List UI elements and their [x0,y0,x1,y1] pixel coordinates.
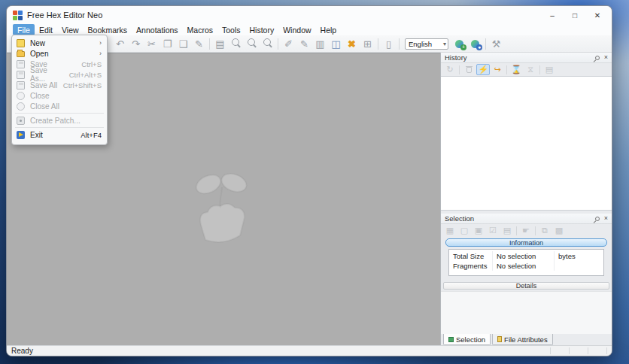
pin-icon[interactable] [595,217,600,221]
menu-tools[interactable]: Tools [217,24,245,35]
invert-selection-icon[interactable]: ☑ [486,225,500,236]
close-all-icon [17,102,25,111]
menu-item-save-as[interactable]: Save As... Ctrl+Alt+S [12,69,107,80]
close-file-icon [17,92,25,100]
replace-icon[interactable] [260,36,275,51]
minimize-button[interactable]: – [541,8,564,23]
remove-selection-icon[interactable]: ▤ [500,225,514,236]
update-language-icon[interactable]: ● [467,36,483,51]
menu-item-save-all[interactable]: Save All Ctrl+Shift+S [12,80,107,90]
statusbar: Ready [7,345,612,356]
toolbar-separator [399,38,400,50]
chevron-down-icon: ▾ [443,41,448,47]
select-blocks-icon[interactable]: ▦ [443,225,457,236]
toolbar-separator [209,38,210,50]
toolbar-separator [459,65,460,74]
patch-icon[interactable]: ✐ [281,36,296,51]
copy-icon[interactable]: ❐ [160,36,175,51]
menu-edit[interactable]: Edit [35,24,57,35]
file-menu: New › Open › Save Ctrl+S Save As... Ctrl… [11,35,108,145]
menubar: File Edit View Bookmarks Annotations Mac… [7,24,612,35]
menu-item-close[interactable]: Close [12,90,107,101]
hhd-logo-watermark [187,165,257,246]
maximize-button[interactable]: □ [564,8,586,23]
fill-icon[interactable]: ✎ [191,36,207,51]
close-icon[interactable]: × [604,54,608,61]
selection-panel: Selection × ▦ ▢ ▣ ☑ ▤ ☛ [441,214,612,334]
toolbar-separator [539,65,540,74]
information-header[interactable]: Information [445,238,607,247]
split-view-icon[interactable]: ◫ [328,36,344,51]
save-disk-icon [17,60,25,68]
redo-icon[interactable]: ↷ [128,36,144,51]
annotate-icon[interactable]: ✎ [296,36,312,51]
arrange-windows-icon[interactable]: ✖ [344,36,360,51]
menu-bookmarks[interactable]: Bookmarks [84,24,132,35]
file-info-icon[interactable]: ▥ [312,36,328,51]
app-window: Free Hex Editor Neo – □ ✕ File Edit View… [6,5,612,356]
paste-icon[interactable]: ❑ [175,36,191,51]
toolbar-separator [278,38,278,50]
menu-window[interactable]: Window [278,24,315,35]
history-panel-header: History × [441,53,612,63]
tab-file-attributes[interactable]: File Attributes [492,334,553,345]
status-text: Ready [11,347,33,355]
settings-tools-icon[interactable]: ⚒ [488,36,504,51]
titlebar: Free Hex Editor Neo – □ ✕ [7,6,612,24]
statusbar-divider [588,347,588,354]
history-tracking-icon[interactable]: ⚡ [476,64,490,75]
download-language-icon[interactable]: + [451,36,467,51]
pin-icon[interactable] [595,56,600,60]
history-properties-icon[interactable]: ▤ [542,64,556,75]
stop-history-icon[interactable]: ⧖ [524,64,537,75]
statusbar-divider [550,347,551,354]
copy-selection-icon[interactable]: ⧉ [538,225,552,236]
menu-item-close-all[interactable]: Close All [12,101,107,111]
close-icon[interactable]: × [604,215,608,222]
menu-help[interactable]: Help [316,24,342,35]
table-row: Fragments No selection [449,261,603,271]
history-toolbar: ↻ ⚡ ↪ ⌛ ⧖ ▤ [441,63,612,76]
language-select[interactable]: English ▾ [405,38,448,50]
find-icon[interactable] [228,36,244,51]
dock-tabs: Selection File Attributes [441,334,612,345]
hand-tool-icon[interactable]: ☛ [519,225,533,236]
fragments-unit [555,261,603,271]
select-range-icon[interactable]: ▢ [457,225,471,236]
selection-panel-title: Selection [445,214,474,223]
menu-item-open[interactable]: Open › [12,48,107,59]
cut-icon[interactable]: ✂ [144,36,160,51]
purge-history-icon[interactable]: ↻ [443,64,457,75]
clear-history-icon[interactable] [462,64,476,75]
fragments-value: No selection [493,261,555,271]
selection-info-table: Total Size No selection bytes Fragments … [448,249,604,276]
tab-selection[interactable]: Selection [443,334,491,345]
undo-icon[interactable]: ↶ [112,36,128,51]
window-title: Free Hex Editor Neo [27,11,102,20]
paste-selection-icon[interactable]: ▩ [552,225,566,236]
menu-macros[interactable]: Macros [183,24,217,35]
menu-view[interactable]: View [57,24,84,35]
menu-item-exit[interactable]: Exit Alt+F4 [12,129,107,140]
add-selection-icon[interactable]: ▣ [472,225,485,236]
menu-annotations[interactable]: Annotations [132,24,182,35]
selection-toolbar: ▦ ▢ ▣ ☑ ▤ ☛ ⧉ ▩ [441,224,612,237]
menu-item-create-patch[interactable]: Create Patch... [12,115,107,126]
history-list[interactable] [441,76,612,211]
toolbar-separator [516,226,517,235]
pattern-edit-icon[interactable]: ▤ [212,36,228,51]
pause-history-icon[interactable]: ⌛ [509,64,523,75]
menu-separator [15,127,104,128]
tab-selection-label: Selection [456,335,485,344]
menu-file[interactable]: File [13,24,35,35]
selection-panel-body [441,291,612,334]
details-button[interactable]: Details [443,282,609,290]
close-button[interactable]: ✕ [586,8,609,23]
column-view-icon[interactable]: ▯ [381,36,397,51]
menu-item-new[interactable]: New › [12,38,107,48]
find-next-icon[interactable] [244,36,260,51]
encoding-icon[interactable]: ⊞ [360,36,375,51]
menu-history[interactable]: History [245,24,279,35]
history-panel: History × ↻ ⚡ ↪ ⌛ ⧖ [441,53,612,211]
switch-branch-icon[interactable]: ↪ [491,64,504,75]
